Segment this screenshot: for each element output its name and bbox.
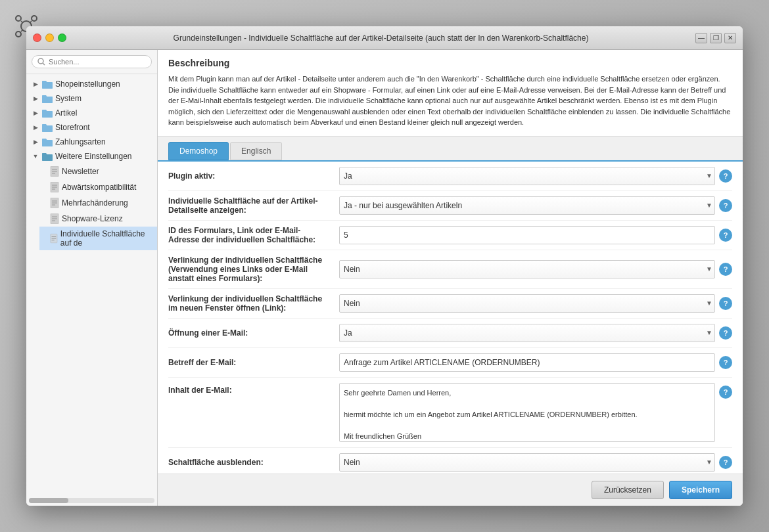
select-schaltflaeche-anzeigen[interactable]: Ja Nein Ja - nur bei ausgewählten Artike… [339, 196, 715, 215]
sidebar-item-storefront[interactable]: ▶ Storefront [26, 120, 157, 135]
sidebar-item-newsletter[interactable]: Newsletter [39, 164, 157, 179]
form-row-id-formular: ID des Formulars, Link oder E-Mail-Adres… [168, 221, 732, 250]
sidebar-label-shopeinstellungen: Shopeinstellungen [55, 79, 120, 89]
textarea-inhalt[interactable]: Sehr geehrte Damen und Herren, hiermit m… [339, 383, 715, 442]
sidebar-label-individuelle: Individuelle Schaltfläche auf de [60, 229, 152, 248]
control-verlinkung-verwendung: Ja Nein ▼ ? [339, 260, 732, 278]
sidebar-label-zahlungsarten: Zahlungsarten [55, 137, 106, 146]
expand-icon: ▶ [32, 95, 39, 102]
nav-tree: ▶ Shopeinstellungen ▶ System [26, 74, 157, 495]
sidebar-item-mehrfachaenderung[interactable]: Mehrfachänderung [39, 195, 157, 211]
select-plugin-aktiv[interactable]: Ja Nein [339, 167, 715, 185]
reset-button[interactable]: Zurücksetzen [592, 481, 664, 499]
main-content: Beschreibung Mit dem Plugin kann man auf… [158, 50, 743, 506]
select-wrap-verlinkung[interactable]: Ja Nein ▼ [339, 260, 715, 278]
sidebar-label-newsletter: Newsletter [62, 167, 99, 176]
label-inhalt: Inhalt der E-Mail: [168, 383, 339, 395]
svg-point-3 [16, 32, 21, 37]
sidebar-item-system[interactable]: ▶ System [26, 91, 157, 106]
expand-icon: ▶ [32, 138, 39, 146]
sidebar-item-individuelle-schaltflaeche[interactable]: Individuelle Schaltfläche auf de [39, 227, 157, 250]
help-button-verlinkung[interactable]: ? [719, 263, 732, 276]
input-betreff[interactable] [339, 353, 715, 372]
select-wrap-ausblenden[interactable]: Ja Nein ▼ [339, 453, 715, 472]
help-button-plugin-aktiv[interactable]: ? [719, 169, 732, 183]
sidebar-label-storefront: Storefront [55, 123, 90, 132]
svg-line-10 [43, 63, 45, 65]
control-oeffnung-email: Ja Nein ▼ ? [339, 324, 732, 342]
help-button-id-formular[interactable]: ? [719, 229, 732, 242]
scrollbar-thumb[interactable] [29, 498, 68, 503]
input-id-formular[interactable] [339, 226, 715, 244]
label-schaltflaeche-anzeigen: Individuelle Schaltfläche auf der Artike… [168, 196, 339, 215]
expand-icon: ▼ [32, 152, 39, 160]
window-restore-btn[interactable]: ❐ [710, 33, 722, 43]
control-id-formular: ? [339, 226, 732, 244]
svg-line-6 [30, 21, 32, 23]
sidebar-item-shopware-lizenz[interactable]: Shopware-Lizenz [39, 211, 157, 227]
window-minimize-btn[interactable]: — [695, 33, 707, 43]
sidebar-item-abwaertskompatibilitaet[interactable]: Abwärtskompatibilität [39, 179, 157, 195]
select-verlinkung-verwendung[interactable]: Ja Nein [339, 260, 715, 278]
titlebar: Grundeinstellungen - Individuelle Schalt… [26, 26, 743, 50]
help-button-schaltflaeche-anzeigen[interactable]: ? [719, 199, 732, 212]
desktop: Grundeinstellungen - Individuelle Schalt… [0, 0, 769, 532]
control-ausblenden: Ja Nein ▼ ? [339, 453, 732, 472]
sidebar-scrollbar[interactable] [29, 498, 154, 503]
description-title: Beschreibung [168, 58, 732, 68]
label-oeffnung-email: Öffnung einer E-Mail: [168, 328, 339, 338]
select-wrap-plugin-aktiv[interactable]: Ja Nein ▼ [339, 167, 715, 185]
form-row-betreff: Betreff der E-Mail: ? [168, 348, 732, 378]
sidebar-item-weitere-einstellungen[interactable]: ▼ Weitere Einstellungen [26, 149, 157, 164]
sidebar-label-system: System [55, 94, 82, 103]
form-row-verlinkung-verwendung: Verlinkung der individuellen Schaltfläch… [168, 250, 732, 289]
search-input[interactable] [49, 58, 146, 66]
search-box [26, 50, 157, 74]
svg-point-1 [16, 16, 21, 21]
tab-englisch[interactable]: Englisch [230, 142, 282, 160]
select-ausblenden[interactable]: Ja Nein [339, 453, 715, 472]
close-window-button[interactable] [33, 33, 41, 42]
folder-icon [42, 138, 53, 146]
footer-bar: Zurücksetzen Speichern [158, 474, 743, 506]
svg-point-9 [38, 58, 43, 64]
form-row-ausblenden: Schaltfläche ausblenden: Ja Nein ▼ ? [168, 448, 732, 474]
description-box: Beschreibung Mit dem Plugin kann man auf… [158, 50, 743, 137]
folder-icon [42, 95, 53, 103]
search-input-wrap[interactable] [32, 55, 152, 68]
control-plugin-aktiv: Ja Nein ▼ ? [339, 167, 732, 185]
expand-icon: ▶ [32, 123, 39, 131]
tab-demoshop[interactable]: Demoshop [168, 142, 229, 160]
help-button-ausblenden[interactable]: ? [719, 456, 732, 469]
help-button-verlinkung-fenster[interactable]: ? [719, 297, 732, 310]
doc-icon [50, 166, 59, 177]
select-oeffnung-email[interactable]: Ja Nein [339, 324, 715, 342]
window-close-btn[interactable]: ✕ [724, 33, 736, 43]
select-wrap-verlinkung-fenster[interactable]: Ja Nein ▼ [339, 294, 715, 313]
form-row-plugin-aktiv: Plugin aktiv: Ja Nein ▼ ? [168, 162, 732, 191]
sidebar: ▶ Shopeinstellungen ▶ System [26, 50, 158, 506]
save-button[interactable]: Speichern [669, 481, 732, 499]
help-button-betreff[interactable]: ? [719, 356, 732, 369]
sidebar-item-zahlungsarten[interactable]: ▶ Zahlungsarten [26, 135, 157, 149]
label-ausblenden: Schaltfläche ausblenden: [168, 458, 339, 467]
folder-icon [42, 123, 53, 132]
expand-icon: ▶ [32, 80, 39, 88]
description-text: Mit dem Plugin kann man auf der Artikel … [168, 74, 732, 128]
select-verlinkung-fenster[interactable]: Ja Nein [339, 294, 715, 313]
maximize-window-button[interactable] [58, 33, 66, 42]
form-row-verlinkung-fenster: Verlinkung der individuellen Schaltfläch… [168, 289, 732, 319]
control-schaltflaeche-anzeigen: Ja Nein Ja - nur bei ausgewählten Artike… [339, 196, 732, 215]
select-wrap-oeffnung[interactable]: Ja Nein ▼ [339, 324, 715, 342]
folder-icon [42, 80, 53, 89]
select-wrap-schaltflaeche[interactable]: Ja Nein Ja - nur bei ausgewählten Artike… [339, 196, 715, 215]
help-button-inhalt[interactable]: ? [719, 386, 732, 399]
sidebar-label-shopware-lizenz: Shopware-Lizenz [62, 214, 123, 223]
control-inhalt: Sehr geehrte Damen und Herren, hiermit m… [339, 383, 732, 442]
svg-line-5 [21, 21, 23, 23]
nav-sub-weitere: Newsletter Abwärtskompatibilität [26, 164, 157, 250]
help-button-oeffnung[interactable]: ? [719, 326, 732, 340]
sidebar-item-shopeinstellungen[interactable]: ▶ Shopeinstellungen [26, 77, 157, 91]
minimize-window-button[interactable] [45, 33, 54, 42]
sidebar-item-artikel[interactable]: ▶ Artikel [26, 106, 157, 120]
